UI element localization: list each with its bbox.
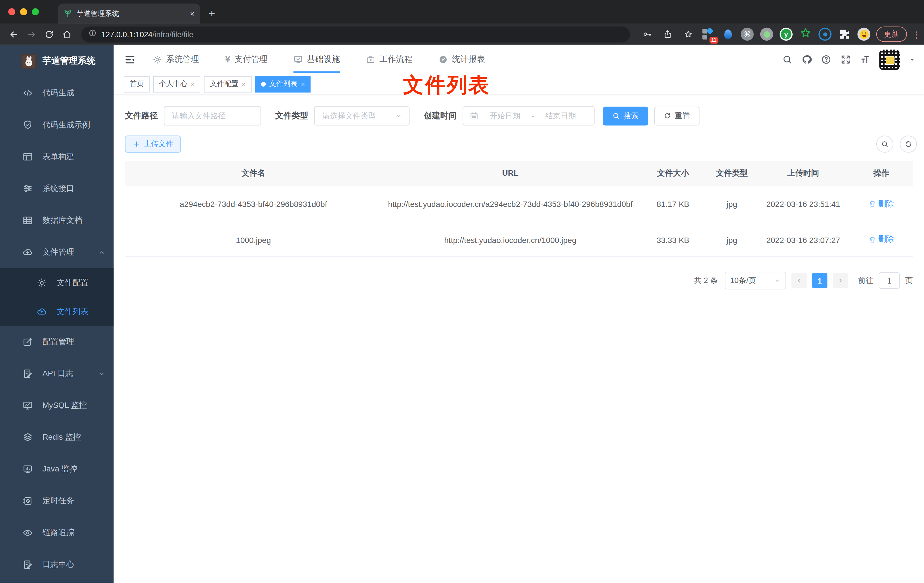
fullscreen-icon[interactable] <box>840 54 851 65</box>
collapse-sidebar-icon[interactable] <box>120 50 140 69</box>
reset-button[interactable]: 重置 <box>654 106 700 125</box>
goto-page-input[interactable] <box>879 273 900 289</box>
trash-icon <box>869 236 876 243</box>
create-time-label: 创建时间 <box>424 111 457 121</box>
github-icon[interactable] <box>802 54 812 65</box>
record-dot-icon[interactable] <box>760 27 774 41</box>
table-tools <box>876 135 917 153</box>
date-start-input[interactable] <box>483 111 528 121</box>
cell-size: 33.33 KB <box>639 224 707 256</box>
sidebar-item-API 日志[interactable]: API 日志 <box>0 358 114 390</box>
bookmark-star-icon[interactable] <box>680 26 696 42</box>
minimize-window-button[interactable] <box>20 8 27 15</box>
sidebar-item-定时任务[interactable]: 定时任务 <box>0 485 114 517</box>
close-icon[interactable]: × <box>242 80 246 88</box>
column-header: 文件大小 <box>639 161 707 185</box>
back-icon[interactable] <box>6 26 21 42</box>
tag-文件配置[interactable]: 文件配置× <box>204 76 251 92</box>
sidebar-item-MySQL 监控[interactable]: MySQL 监控 <box>0 390 114 421</box>
cell-size: 81.17 KB <box>639 186 707 223</box>
browser-tab[interactable]: 芋道管理系统 × <box>58 3 200 23</box>
search-button[interactable]: 搜索 <box>603 106 648 125</box>
tag-首页[interactable]: 首页 <box>124 76 150 92</box>
file-path-input-wrap <box>164 106 261 126</box>
upload-file-button[interactable]: 上传文件 <box>125 135 181 153</box>
user-avatar-qr[interactable] <box>879 49 900 70</box>
date-range-picker[interactable]: - <box>462 106 594 126</box>
page-content: 文件路径 文件类型 创建时间 - <box>114 94 924 583</box>
app-logo[interactable]: 芋道管理系统 <box>0 45 114 77</box>
date-end-input[interactable] <box>538 111 583 121</box>
cell-url: http://test.yudao.iocoder.cn/1000.jpeg <box>382 224 639 256</box>
blue-eye-icon[interactable] <box>818 27 832 41</box>
site-info-icon[interactable] <box>88 29 96 40</box>
next-page-button[interactable] <box>833 273 848 288</box>
sidebar-item-代码生成[interactable]: 代码生成 <box>0 77 114 109</box>
tab-close-icon[interactable]: × <box>190 9 195 18</box>
gear-icon <box>153 55 162 64</box>
delete-button[interactable]: 删除 <box>869 233 894 246</box>
sidebar-item-代码生成示例[interactable]: 代码生成示例 <box>0 109 114 141</box>
form-table-icon <box>22 152 33 162</box>
show-search-icon[interactable] <box>876 135 893 153</box>
password-key-icon[interactable] <box>639 26 655 42</box>
refresh-icon[interactable] <box>900 135 917 153</box>
green-star-icon[interactable] <box>799 27 813 41</box>
file-type-select-input[interactable] <box>321 111 391 121</box>
pin-badge-icon[interactable]: 11 <box>701 27 715 41</box>
nav-item-基础设施[interactable]: 基础设施 <box>294 45 340 74</box>
font-size-icon[interactable] <box>860 54 870 65</box>
file-path-input[interactable] <box>171 111 254 121</box>
close-window-button[interactable] <box>8 8 15 15</box>
sidebar-item-文件配置[interactable]: 文件配置 <box>0 268 114 297</box>
tag-个人中心[interactable]: 个人中心× <box>153 76 201 92</box>
sidebar-item-Java 监控[interactable]: Java 监控 <box>0 453 114 485</box>
close-icon[interactable]: × <box>301 80 305 88</box>
sidebar-item-文件管理[interactable]: 文件管理 <box>0 236 114 268</box>
prev-page-button[interactable] <box>792 273 807 288</box>
update-button[interactable]: 更新 <box>876 26 907 42</box>
gauge-icon <box>439 55 448 64</box>
help-icon[interactable] <box>821 54 832 65</box>
sidebar-item-表单构建[interactable]: 表单构建 <box>0 141 114 173</box>
nav-item-系统管理[interactable]: 系统管理 <box>153 45 199 74</box>
sidebar-item-数据库文档[interactable]: 数据库文档 <box>0 205 114 236</box>
balloon-icon[interactable] <box>721 27 735 41</box>
delete-button[interactable]: 删除 <box>869 197 894 210</box>
zoom-window-button[interactable] <box>32 8 39 15</box>
cell-name: a294ecb2-73dd-4353-bf40-296b8931d0bf <box>125 186 382 223</box>
nav-item-统计报表[interactable]: 统计报表 <box>439 45 485 74</box>
reload-icon[interactable] <box>41 26 56 42</box>
browser-menu-icon[interactable]: ⋮ <box>912 33 918 35</box>
sidebar-item-配置管理[interactable]: 配置管理 <box>0 326 114 358</box>
forward-icon[interactable] <box>23 26 39 42</box>
sidebar-item-日志中心[interactable]: 日志中心 <box>0 549 114 580</box>
puzzle-icon[interactable] <box>837 27 851 41</box>
sidebar-item-系统接口[interactable]: 系统接口 <box>0 173 114 204</box>
sidebar-item-文件列表[interactable]: 文件列表 <box>0 297 114 326</box>
favicon-sprout-icon <box>64 9 72 18</box>
column-header: 文件名 <box>125 161 382 185</box>
tag-文件列表[interactable]: 文件列表× <box>255 76 311 92</box>
nav-item-支付管理[interactable]: ¥支付管理 <box>225 45 267 74</box>
new-tab-button[interactable]: + <box>209 7 215 20</box>
sidebar-item-Redis 监控[interactable]: Redis 监控 <box>0 421 114 453</box>
emoji-icon[interactable] <box>857 27 871 41</box>
command-icon[interactable]: ⌘ <box>740 27 754 41</box>
close-icon[interactable]: × <box>191 80 195 88</box>
home-icon[interactable] <box>59 26 74 42</box>
chevron-up-icon <box>98 248 106 256</box>
address-bar[interactable]: 127.0.0.1:1024/infra/file/file <box>81 26 630 42</box>
file-type-select[interactable] <box>314 106 409 126</box>
chevron-down-icon[interactable] <box>909 56 916 63</box>
y-circle-icon[interactable]: y <box>779 27 793 41</box>
page-size-select[interactable]: 10条/页 <box>725 272 786 289</box>
page-number-button[interactable]: 1 <box>812 273 827 288</box>
sidebar-item-链路追踪[interactable]: 链路追踪 <box>0 517 114 549</box>
calendar-icon <box>470 111 478 120</box>
share-icon[interactable] <box>660 26 675 42</box>
window-controls[interactable] <box>0 0 47 23</box>
nav-item-工作流程[interactable]: 工作流程 <box>366 45 412 74</box>
gear-icon <box>36 277 47 288</box>
search-icon[interactable] <box>782 54 793 65</box>
